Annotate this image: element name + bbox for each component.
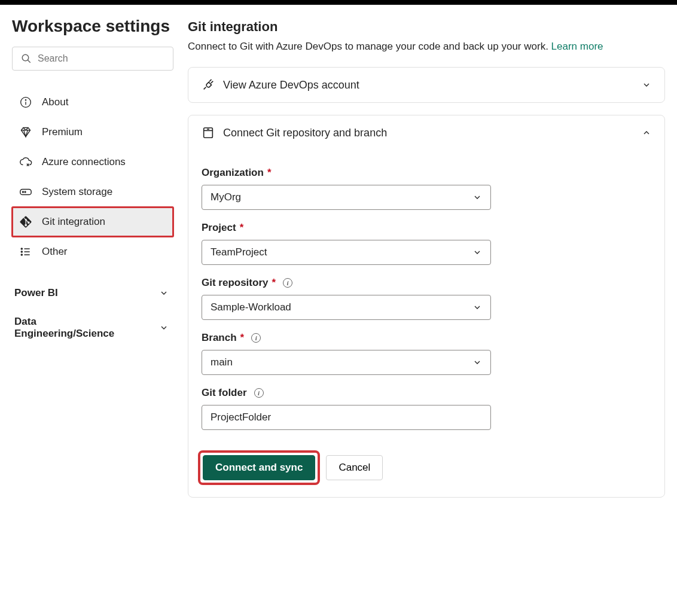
sidebar-item-label: Azure connections — [42, 156, 126, 168]
folder-input[interactable]: ProjectFolder — [202, 405, 491, 430]
project-label: Project* — [202, 222, 651, 234]
sidebar: Workspace settings About Premium Azure c… — [12, 17, 173, 510]
svg-point-7 — [25, 191, 26, 193]
sidebar-section-data-engineering[interactable]: Data Engineering/Science — [12, 307, 173, 348]
sidebar-section-powerbi[interactable]: Power BI — [12, 279, 173, 307]
branch-select[interactable]: main — [202, 350, 491, 375]
sidebar-item-label: Premium — [42, 126, 83, 138]
list-icon — [19, 245, 32, 258]
svg-point-8 — [21, 248, 22, 249]
search-icon — [21, 53, 32, 64]
sidebar-item-label: System storage — [42, 186, 112, 198]
chevron-down-icon — [472, 193, 482, 202]
main-content: Git integration Connect to Git with Azur… — [188, 17, 665, 510]
search-input[interactable] — [38, 53, 164, 64]
repository-select[interactable]: Sample-Workload — [202, 295, 491, 320]
info-icon[interactable]: i — [251, 333, 261, 343]
sidebar-item-azure-connections[interactable]: Azure connections — [12, 147, 173, 177]
sidebar-item-label: Other — [42, 246, 68, 258]
select-value: MyOrg — [211, 191, 241, 203]
sidebar-item-about[interactable]: About — [12, 87, 173, 117]
section-label: Data Engineering/Science — [14, 316, 134, 340]
svg-point-10 — [21, 254, 22, 255]
section-label: Power BI — [14, 287, 58, 299]
svg-line-1 — [28, 60, 31, 63]
panel-account-header[interactable]: View Azure DevOps account — [188, 68, 664, 102]
branch-label: Branch* i — [202, 332, 651, 344]
select-value: main — [211, 356, 233, 368]
sidebar-item-git-integration[interactable]: Git integration — [12, 207, 173, 237]
panel-account: View Azure DevOps account — [188, 67, 665, 103]
chevron-down-icon — [472, 303, 482, 312]
organization-label: Organization* — [202, 167, 651, 179]
sidebar-item-system-storage[interactable]: System storage — [12, 177, 173, 207]
repo-icon — [202, 126, 215, 139]
svg-point-4 — [25, 100, 26, 100]
svg-point-0 — [22, 54, 29, 61]
main-subtitle: Connect to Git with Azure DevOps to mana… — [188, 41, 665, 53]
chevron-down-icon — [159, 323, 169, 333]
diamond-icon — [19, 126, 32, 139]
project-select[interactable]: TeamProject — [202, 240, 491, 265]
search-input-container[interactable] — [12, 47, 173, 71]
sidebar-item-label: Git integration — [42, 216, 105, 228]
panel-connect: Connect Git repository and branch Organi… — [188, 115, 665, 498]
repository-label: Git repository* i — [202, 277, 651, 289]
organization-select[interactable]: MyOrg — [202, 185, 491, 210]
window-topbar — [0, 0, 677, 5]
storage-icon — [19, 185, 32, 199]
subtitle-text: Connect to Git with Azure DevOps to mana… — [188, 41, 551, 52]
chevron-down-icon — [472, 248, 482, 257]
folder-label: Git folder i — [202, 387, 651, 399]
page-title: Workspace settings — [12, 17, 173, 47]
learn-more-link[interactable]: Learn more — [551, 41, 603, 52]
info-icon[interactable]: i — [254, 388, 264, 398]
info-icon — [19, 96, 32, 109]
main-heading: Git integration — [188, 19, 665, 35]
info-icon[interactable]: i — [283, 278, 292, 288]
input-value: ProjectFolder — [211, 411, 271, 423]
connect-and-sync-button[interactable]: Connect and sync — [203, 455, 315, 480]
cancel-button[interactable]: Cancel — [326, 455, 383, 480]
highlight-annotation: Connect and sync — [202, 454, 316, 481]
chevron-down-icon — [159, 288, 169, 298]
panel-title: Connect Git repository and branch — [223, 127, 387, 139]
git-icon — [19, 215, 32, 228]
chevron-down-icon — [642, 80, 651, 90]
sidebar-item-premium[interactable]: Premium — [12, 117, 173, 147]
panel-connect-header[interactable]: Connect Git repository and branch — [188, 115, 664, 150]
svg-point-6 — [23, 191, 24, 193]
plug-icon — [202, 78, 215, 92]
cloud-icon — [19, 155, 32, 169]
chevron-up-icon — [642, 128, 651, 138]
select-value: TeamProject — [211, 246, 267, 258]
panel-title: View Azure DevOps account — [223, 79, 359, 92]
chevron-down-icon — [472, 358, 482, 367]
sidebar-item-label: About — [42, 96, 68, 108]
select-value: Sample-Workload — [211, 301, 291, 313]
sidebar-item-other[interactable]: Other — [12, 237, 173, 267]
svg-point-9 — [21, 251, 22, 252]
